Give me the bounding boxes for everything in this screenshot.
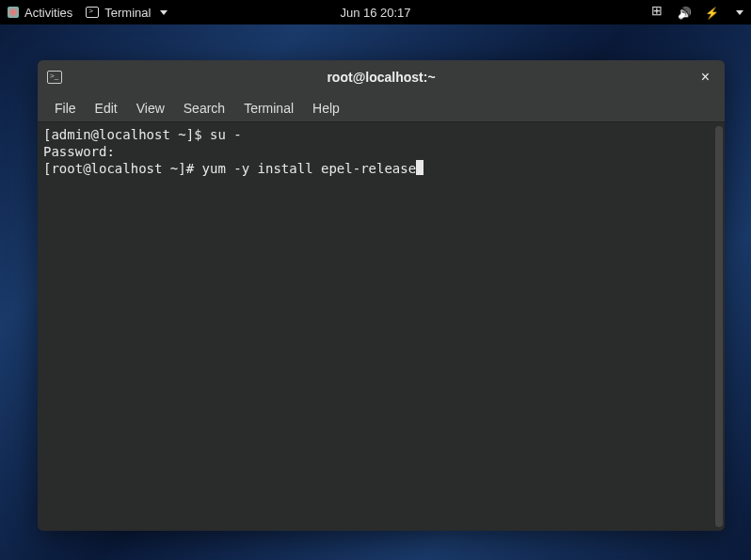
power-icon[interactable]	[705, 6, 719, 20]
command: yum -y install epel-release	[202, 161, 417, 176]
prompt-user: [admin@localhost ~]$	[43, 127, 210, 142]
menu-search[interactable]: Search	[174, 97, 234, 120]
menu-view[interactable]: View	[127, 97, 174, 120]
menu-bar: File Edit View Search Terminal Help	[38, 94, 725, 122]
terminal-line: [root@localhost ~]# yum -y install epel-…	[43, 160, 719, 177]
terminal-window: root@localhost:~ × File Edit View Search…	[38, 60, 725, 531]
terminal-line: [admin@localhost ~]$ su -	[43, 126, 719, 143]
terminal-icon	[47, 71, 62, 84]
clock-label: Jun 16 20:17	[340, 6, 410, 20]
prompt-root: [root@localhost ~]#	[43, 161, 202, 176]
clock[interactable]: Jun 16 20:17	[340, 6, 410, 20]
command: su -	[210, 127, 242, 142]
terminal-icon	[86, 7, 99, 18]
system-tray[interactable]	[651, 6, 743, 20]
gnome-topbar: Activities Terminal Jun 16 20:17	[0, 0, 751, 24]
network-icon[interactable]	[651, 6, 664, 19]
window-titlebar[interactable]: root@localhost:~ ×	[38, 60, 725, 94]
activities-icon	[8, 7, 19, 18]
chevron-down-icon[interactable]	[736, 10, 743, 15]
cursor	[416, 160, 423, 175]
app-menu[interactable]: Terminal	[86, 6, 168, 20]
window-title: root@localhost:~	[327, 70, 435, 85]
menu-file[interactable]: File	[45, 97, 86, 120]
menu-help[interactable]: Help	[303, 97, 349, 120]
close-button[interactable]: ×	[695, 67, 715, 88]
activities-label: Activities	[24, 6, 72, 20]
terminal-line: Password:	[43, 143, 719, 160]
app-menu-label: Terminal	[104, 6, 151, 20]
volume-icon[interactable]	[678, 6, 692, 20]
chevron-down-icon	[160, 10, 168, 15]
terminal-content[interactable]: [admin@localhost ~]$ su -Password:[root@…	[38, 122, 725, 531]
menu-terminal[interactable]: Terminal	[234, 97, 303, 120]
activities-button[interactable]: Activities	[8, 6, 72, 20]
scrollbar[interactable]	[715, 126, 723, 527]
menu-edit[interactable]: Edit	[86, 97, 127, 120]
